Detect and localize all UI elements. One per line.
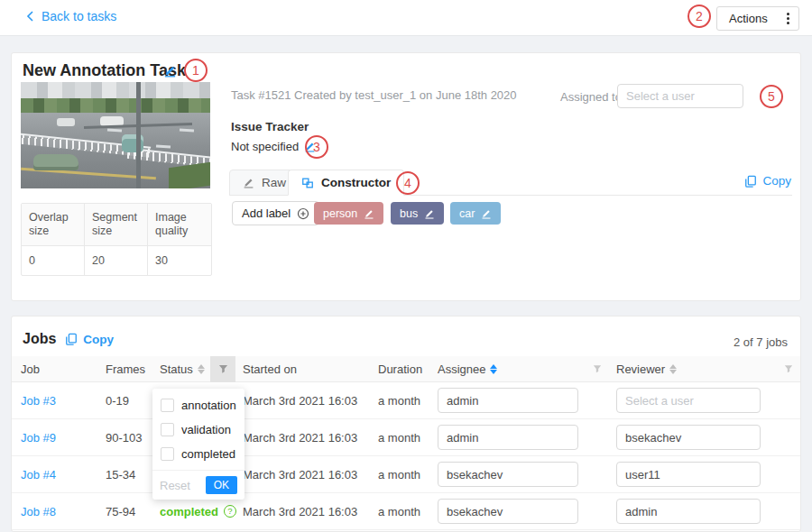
question-circle-icon[interactable]: ? bbox=[224, 505, 236, 518]
col-frames: Frames bbox=[98, 356, 152, 382]
edit-label-icon[interactable] bbox=[424, 208, 435, 219]
label-person-name: person bbox=[323, 207, 357, 220]
reviewer-value: admin bbox=[625, 505, 657, 518]
filter-option-validation-label: validation bbox=[181, 423, 231, 436]
assigned-to-label: Assigned to bbox=[560, 90, 622, 104]
copy-icon bbox=[744, 175, 757, 188]
checkbox-validation[interactable] bbox=[161, 423, 174, 436]
job-8-duration: a month bbox=[371, 505, 430, 518]
annotation-circle-5: 5 bbox=[760, 85, 783, 108]
thumb-white-car bbox=[57, 118, 75, 126]
param-header-image-quality: Image quality bbox=[148, 204, 211, 245]
chevron-left-icon bbox=[25, 11, 34, 22]
job-row-3: Job #3 0-19 March 3rd 2021 16:03 a month… bbox=[12, 382, 800, 419]
edit-label-icon[interactable] bbox=[481, 208, 492, 219]
sort-carets-icon[interactable] bbox=[669, 364, 677, 374]
task-page: Back to tasks Actions 2 New Annotation T… bbox=[0, 0, 812, 532]
annotation-circle-3: 3 bbox=[305, 135, 328, 159]
param-header-segment-size: Segment size bbox=[85, 204, 148, 245]
label-tag-bus[interactable]: bus bbox=[391, 202, 444, 225]
label-car-name: car bbox=[459, 207, 475, 220]
top-navigation-bar: Back to tasks Actions 2 bbox=[0, 0, 812, 36]
filter-option-annotation[interactable]: annotation bbox=[152, 393, 245, 417]
tab-raw-label: Raw bbox=[262, 176, 286, 189]
filter-ok-button[interactable]: OK bbox=[206, 476, 237, 494]
edit-label-icon[interactable] bbox=[364, 208, 374, 219]
job-4-started: March 3rd 2021 16:03 bbox=[235, 468, 371, 482]
col-reviewer[interactable]: Reviewer bbox=[609, 356, 777, 382]
job-8-link[interactable]: Job #8 bbox=[21, 505, 56, 518]
checkbox-annotation[interactable] bbox=[161, 399, 174, 412]
job-4-frames: 15-34 bbox=[98, 468, 152, 482]
filter-option-completed[interactable]: completed bbox=[152, 442, 245, 466]
annotation-circle-4: 4 bbox=[396, 171, 420, 195]
job-4-assignee-select[interactable]: bsekachev bbox=[438, 462, 578, 487]
assignee-value: bsekachev bbox=[447, 505, 503, 518]
job-row-4: Job #4 15-34 March 3rd 2021 16:03 a mont… bbox=[12, 456, 800, 493]
task-preview-thumbnail bbox=[21, 82, 210, 188]
filter-option-completed-label: completed bbox=[181, 447, 235, 461]
jobs-card: Jobs Copy 2 of 7 jobs Job Frames Status … bbox=[11, 316, 801, 532]
label-tag-person[interactable]: person bbox=[314, 202, 383, 225]
back-to-tasks-link[interactable]: Back to tasks bbox=[25, 9, 116, 23]
filter-option-annotation-label: annotation bbox=[181, 399, 236, 412]
col-status[interactable]: Status bbox=[152, 356, 210, 382]
back-to-tasks-label: Back to tasks bbox=[42, 9, 116, 23]
job-9-frames: 90-103 bbox=[98, 431, 152, 445]
label-bus-name: bus bbox=[400, 207, 418, 220]
thumb-pole bbox=[136, 82, 141, 188]
checkbox-completed[interactable] bbox=[161, 447, 174, 461]
copy-labels-link[interactable]: Copy bbox=[744, 174, 791, 188]
job-8-status: completed ? bbox=[160, 505, 236, 518]
sort-carets-icon[interactable] bbox=[198, 364, 205, 374]
issue-tracker-label: Issue Tracker bbox=[231, 120, 309, 133]
filter-dropdown-footer: Reset OK bbox=[152, 470, 245, 500]
job-8-assignee-select[interactable]: bsekachev bbox=[438, 499, 578, 524]
tab-constructor-label: Constructor bbox=[321, 176, 391, 189]
job-3-reviewer-select[interactable]: Select a user bbox=[616, 388, 761, 413]
add-label-text: Add label bbox=[242, 206, 291, 220]
status-filter-dropdown: annotation validation completed Reset OK bbox=[152, 389, 245, 500]
actions-button[interactable]: Actions bbox=[716, 6, 799, 31]
status-filter-icon[interactable] bbox=[210, 356, 235, 382]
assignee-value: bsekachev bbox=[447, 468, 503, 482]
label-tag-car[interactable]: car bbox=[450, 202, 501, 225]
job-4-link[interactable]: Job #4 bbox=[21, 468, 56, 482]
col-job: Job bbox=[12, 356, 98, 382]
tab-constructor[interactable]: Constructor bbox=[288, 170, 404, 196]
task-title: New Annotation Task bbox=[23, 61, 186, 80]
col-assignee-label: Assignee bbox=[438, 362, 485, 376]
thumb-trees bbox=[21, 98, 210, 113]
job-9-reviewer-select[interactable]: bsekachev bbox=[616, 425, 761, 450]
annotation-circle-2: 2 bbox=[687, 5, 711, 28]
copy-jobs-link[interactable]: Copy bbox=[65, 333, 114, 346]
add-label-button[interactable]: Add label bbox=[232, 201, 319, 225]
job-9-assignee-select[interactable]: admin bbox=[438, 425, 578, 450]
thumb-hedge bbox=[169, 162, 210, 188]
actions-label: Actions bbox=[729, 12, 768, 25]
jobs-table-header: Job Frames Status Started on Duration As… bbox=[12, 356, 800, 382]
filter-option-validation[interactable]: validation bbox=[152, 417, 245, 442]
job-8-reviewer-select[interactable]: admin bbox=[616, 499, 761, 524]
edit-task-name-icon[interactable] bbox=[163, 64, 177, 78]
job-3-link[interactable]: Job #3 bbox=[21, 394, 56, 408]
reviewer-value: bsekachev bbox=[625, 431, 681, 445]
job-row-9: Job #9 90-103 March 3rd 2021 16:03 a mon… bbox=[12, 419, 800, 456]
job-3-frames: 0-19 bbox=[98, 394, 152, 408]
filter-reset-button[interactable]: Reset bbox=[160, 479, 190, 492]
sort-carets-active-icon[interactable] bbox=[490, 364, 497, 374]
job-row-8: Job #8 75-94 completed ? March 3rd 2021 … bbox=[12, 493, 800, 530]
job-4-reviewer-select[interactable]: user11 bbox=[616, 462, 761, 487]
jobs-count: 2 of 7 jobs bbox=[734, 335, 788, 349]
job-3-assignee-select[interactable]: admin bbox=[438, 388, 578, 413]
param-value-overlap-size: 0 bbox=[22, 246, 85, 275]
job-9-link[interactable]: Job #9 bbox=[21, 431, 56, 445]
reviewer-filter-icon[interactable] bbox=[777, 356, 800, 382]
job-8-started: March 3rd 2021 16:03 bbox=[235, 505, 371, 518]
param-header-overlap-size: Overlap size bbox=[22, 204, 85, 245]
assigned-to-select[interactable]: Select a user bbox=[617, 84, 743, 108]
assignee-filter-icon[interactable] bbox=[586, 356, 609, 382]
col-assignee[interactable]: Assignee bbox=[430, 356, 586, 382]
param-value-segment-size: 20 bbox=[85, 246, 148, 275]
job-8-frames: 75-94 bbox=[98, 505, 152, 518]
